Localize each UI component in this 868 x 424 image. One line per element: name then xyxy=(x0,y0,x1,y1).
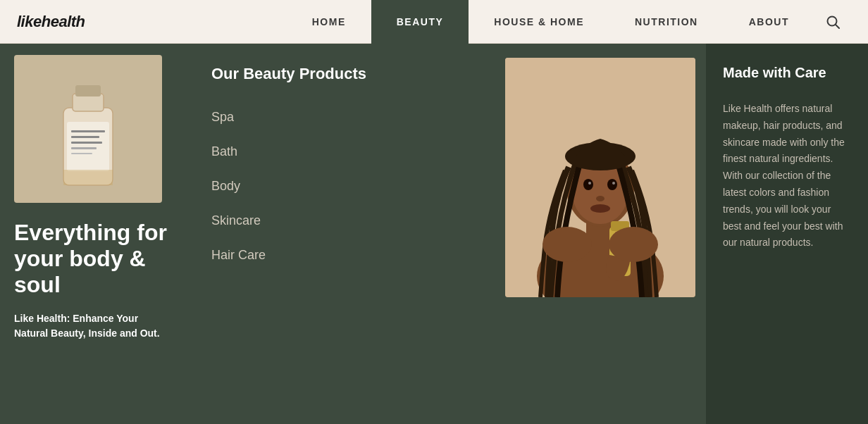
svg-rect-6 xyxy=(71,130,105,132)
menu-link-skincare[interactable]: Skincare xyxy=(211,213,261,227)
svg-rect-11 xyxy=(63,170,113,185)
svg-point-19 xyxy=(607,179,617,190)
svg-point-27 xyxy=(542,227,592,262)
info-title: Made with Care xyxy=(723,65,851,81)
search-icon[interactable] xyxy=(814,0,851,44)
svg-point-21 xyxy=(596,196,604,201)
info-body: Like Health offers natural makeup, hair … xyxy=(723,101,851,251)
menu-item-body[interactable]: Body xyxy=(211,169,466,204)
beauty-menu-items: Spa Bath Body Skincare Hair Care xyxy=(211,100,466,273)
beauty-menu: Our Beauty Products Spa Bath Body Skinca… xyxy=(183,44,495,424)
main-nav: likehealth HOME BEAUTY HOUSE & HOME NUTR… xyxy=(0,0,868,44)
svg-line-1 xyxy=(836,25,839,28)
svg-rect-4 xyxy=(75,85,101,96)
model-image-section xyxy=(495,44,706,424)
nav-link-nutrition[interactable]: NUTRITION xyxy=(609,0,724,44)
svg-point-22 xyxy=(590,204,610,213)
menu-item-haircare[interactable]: Hair Care xyxy=(211,238,466,273)
nav-item-nutrition[interactable]: NUTRITION xyxy=(609,0,724,44)
menu-item-skincare[interactable]: Skincare xyxy=(211,204,466,238)
menu-link-bath[interactable]: Bath xyxy=(211,144,237,158)
nav-item-beauty[interactable]: BEAUTY xyxy=(371,0,469,44)
hero-left-panel: Everything for your body & soul Like Hea… xyxy=(0,44,183,424)
beauty-dropdown: Everything for your body & soul Like Hea… xyxy=(0,44,868,424)
svg-point-18 xyxy=(588,182,591,185)
nav-link-about[interactable]: ABOUT xyxy=(724,0,814,44)
menu-item-spa[interactable]: Spa xyxy=(211,100,466,135)
nav-item-house[interactable]: HOUSE & HOME xyxy=(469,0,609,44)
menu-link-haircare[interactable]: Hair Care xyxy=(211,248,266,262)
svg-point-17 xyxy=(583,179,593,190)
nav-link-house[interactable]: HOUSE & HOME xyxy=(469,0,609,44)
nav-item-home[interactable]: HOME xyxy=(287,0,371,44)
model-image xyxy=(505,58,695,297)
svg-point-28 xyxy=(609,227,658,262)
svg-rect-7 xyxy=(71,136,99,138)
menu-link-spa[interactable]: Spa xyxy=(211,110,234,124)
nav-link-home[interactable]: HOME xyxy=(287,0,371,44)
svg-rect-5 xyxy=(67,122,109,171)
hero-headline: Everything for your body & soul xyxy=(14,220,169,297)
nav-link-beauty[interactable]: BEAUTY xyxy=(371,0,469,44)
svg-rect-9 xyxy=(71,147,97,149)
logo-text: likehealth xyxy=(17,13,85,30)
menu-title: Our Beauty Products xyxy=(211,65,466,83)
menu-item-bath[interactable]: Bath xyxy=(211,135,466,169)
logo[interactable]: likehealth xyxy=(17,13,85,31)
svg-point-20 xyxy=(612,182,615,185)
nav-links: HOME BEAUTY HOUSE & HOME NUTRITION ABOUT xyxy=(287,0,814,44)
svg-rect-10 xyxy=(71,153,92,154)
svg-rect-8 xyxy=(71,142,102,144)
info-panel: Made with Care Like Health offers natura… xyxy=(706,44,868,424)
menu-link-body[interactable]: Body xyxy=(211,179,240,193)
hero-subtext: Like Health: Enhance Your Natural Beauty… xyxy=(14,311,169,341)
product-hero-image xyxy=(14,55,162,203)
nav-item-about[interactable]: ABOUT xyxy=(724,0,814,44)
